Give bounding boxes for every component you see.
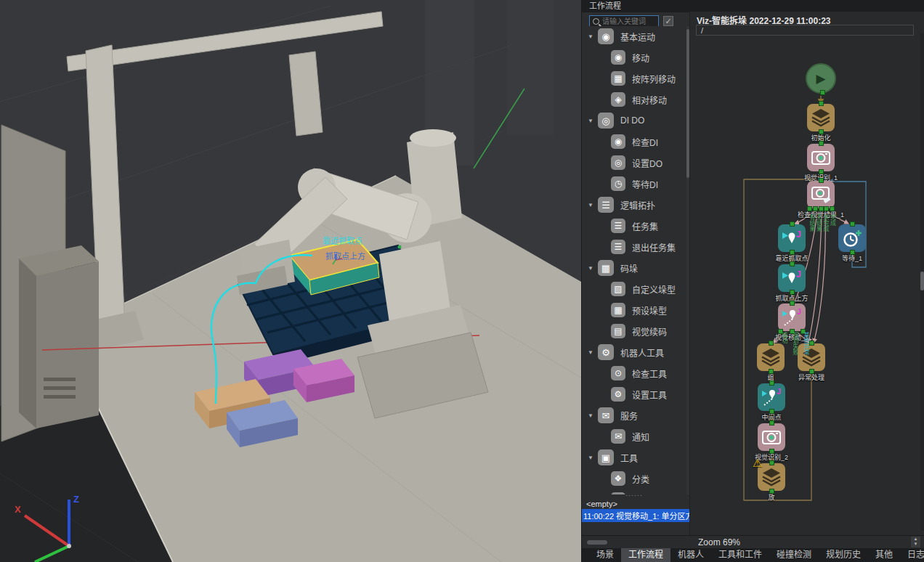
flow-node-exception_handling[interactable]	[798, 343, 825, 371]
pin-array-icon: ▦	[611, 71, 625, 86]
collapse-arrow-icon[interactable]: ▼	[588, 33, 598, 40]
library-item-pin-array[interactable]: ▦按阵列移动	[611, 68, 676, 89]
port[interactable]	[809, 341, 814, 346]
library-item-check-tool[interactable]: ⊙检查工具	[611, 363, 667, 383]
tools-icon: ▣	[598, 449, 614, 465]
tab-0[interactable]: 场景	[589, 548, 621, 562]
flow-node-mid_point[interactable]	[758, 383, 785, 411]
horizontal-scrollbar-handle[interactable]	[587, 540, 607, 545]
custom-pallet-icon: ▧	[611, 282, 625, 296]
library-item-pin-move[interactable]: ◉移动	[611, 47, 649, 68]
item-label: 逻辑拓扑	[620, 199, 655, 211]
collapse-arrow-icon[interactable]: ▼	[588, 412, 598, 419]
port[interactable]	[769, 420, 774, 425]
library-item-vision-resume[interactable]: ▤视觉续码	[611, 321, 667, 341]
filter-checkbox[interactable]: ✓	[663, 16, 673, 26]
tab-5[interactable]: 规划历史	[819, 548, 868, 562]
port[interactable]	[820, 90, 825, 95]
tab-1[interactable]: 工作流程	[621, 548, 670, 562]
flow-scrollbar[interactable]	[920, 33, 924, 531]
item-label: 设置工具	[632, 388, 667, 401]
port[interactable]	[769, 380, 774, 386]
port[interactable]	[819, 141, 824, 146]
tab-7[interactable]: 日志	[900, 548, 924, 562]
flow-node-wait_1[interactable]	[838, 224, 866, 252]
library-item-wait-di[interactable]: ◷等待DI	[611, 174, 658, 194]
flow-node-init[interactable]	[807, 104, 835, 131]
flow-node-group[interactable]	[757, 343, 785, 371]
library-item-set-do[interactable]: ◎设置DO	[611, 152, 662, 173]
flow-node-vision_2[interactable]	[758, 423, 785, 451]
app: 靠近抓取点 抓取点上方 X Z 工作流程 ✓ ▼◉基本运动◉移动▦按阵列移动◈相…	[0, 0, 924, 562]
library-item-check-di[interactable]: ◉检查DI	[611, 131, 658, 152]
library-section-service[interactable]: ▼✉服务	[588, 405, 638, 425]
item-label: 预设垛型	[632, 304, 667, 317]
zoom-stepper[interactable]: ▲▼	[911, 537, 920, 547]
collapse-arrow-icon[interactable]: ▼	[588, 118, 598, 124]
step-library-tree: ▼◉基本运动◉移动▦按阵列移动◈相对移动▼◎DI DO◉检查DI◎设置DO◷等待…	[582, 26, 686, 494]
library-item-notify[interactable]: ✉通知	[611, 426, 649, 447]
port[interactable]	[769, 460, 774, 465]
search-input[interactable]	[602, 17, 650, 25]
flow-canvas[interactable]: J J Viz-智能拆垛 2022-12-29 11:00:23 /	[689, 12, 924, 535]
workflow-panel: 工作流程 ✓ ▼◉基本运动◉移动▦按阵列移动◈相对移动▼◎DI DO◉检查DI◎…	[581, 0, 924, 562]
flow-node-place[interactable]: ⚠	[758, 463, 785, 491]
flow-node-start[interactable]: ▶	[806, 63, 836, 94]
library-item-custom-pallet[interactable]: ▧自定义垛型	[611, 279, 676, 299]
dido-icon: ◎	[598, 113, 614, 129]
axis-z-label: Z	[73, 494, 79, 505]
port[interactable]	[850, 221, 855, 227]
port[interactable]	[819, 178, 824, 183]
edge-label: 无结果	[816, 214, 822, 232]
pick-point-label: 靠近抓取点	[323, 236, 362, 245]
tab-3[interactable]: 工具和工件	[711, 548, 769, 562]
item-label: 任务集	[632, 220, 658, 232]
port[interactable]	[790, 301, 795, 306]
node-label: 等待_1	[819, 253, 885, 263]
notify-icon: ✉	[611, 429, 625, 444]
collapse-arrow-icon[interactable]: ▼	[588, 265, 598, 272]
library-item-set-tool[interactable]: ⚙设置工具	[611, 384, 667, 404]
tab-4[interactable]: 碰撞检测	[769, 548, 819, 562]
flow-node-vision_1[interactable]	[807, 144, 835, 171]
3d-viewport[interactable]: 靠近抓取点 抓取点上方 X Z	[0, 0, 581, 562]
item-label: 通知	[632, 431, 649, 443]
edge-label: 其他异常	[803, 332, 809, 355]
robot-tool-icon: ⚙	[598, 344, 614, 360]
flow-node-check_vision_result_1[interactable]	[807, 181, 835, 208]
library-item-classify[interactable]: ❖分类	[611, 468, 649, 489]
library-section-logic[interactable]: ▼☰逻辑拓扑	[588, 195, 655, 215]
library-item-exit-task-set[interactable]: ☰退出任务集	[611, 237, 676, 257]
tab-2[interactable]: 机器人	[670, 548, 711, 562]
flow-node-vision_move_1[interactable]	[778, 304, 806, 331]
collapse-arrow-icon[interactable]: ▼	[588, 202, 598, 208]
library-item-pin-relative[interactable]: ◈相对移动	[611, 89, 667, 110]
flow-node-approach_pick_point[interactable]	[778, 224, 806, 252]
port[interactable]	[790, 221, 795, 227]
port[interactable]	[819, 101, 824, 106]
item-label: 自定义垛型	[632, 283, 676, 296]
pin-path-icon	[780, 306, 803, 329]
edge-label: 完成	[830, 214, 836, 226]
library-section-tools[interactable]: ▼▣工具	[588, 447, 638, 468]
tab-6[interactable]: 其他	[868, 548, 900, 562]
port[interactable]	[769, 341, 774, 346]
library-section-robot-tool[interactable]: ▼⚙机器人工具	[588, 342, 664, 362]
layers-icon	[759, 346, 782, 369]
item-label: 相对移动	[632, 94, 667, 106]
item-label: 机器人工具	[620, 346, 664, 359]
flow-scrollbar-handle[interactable]	[920, 272, 924, 290]
log-entry[interactable]: 11:00:22 视觉移动_1: 单分区方形	[582, 509, 689, 522]
library-section-pin[interactable]: ▼◉基本运动	[588, 26, 655, 46]
library-section-dido[interactable]: ▼◎DI DO	[588, 110, 644, 131]
collapse-arrow-icon[interactable]: ▼	[588, 349, 598, 356]
collapse-arrow-icon[interactable]: ▼	[588, 455, 598, 461]
library-section-palletize[interactable]: ▼▦码垛	[588, 258, 638, 278]
library-item-task-set[interactable]: ☰任务集	[611, 216, 658, 236]
flow-node-above_pick_point[interactable]	[778, 264, 806, 292]
library-item-preset-pallet[interactable]: ▦预设垛型	[611, 300, 667, 320]
port[interactable]	[790, 261, 795, 266]
pin-move-icon	[780, 266, 803, 290]
edge-label: 有结果	[808, 214, 815, 232]
above-point-label: 抓取点上方	[325, 251, 365, 261]
